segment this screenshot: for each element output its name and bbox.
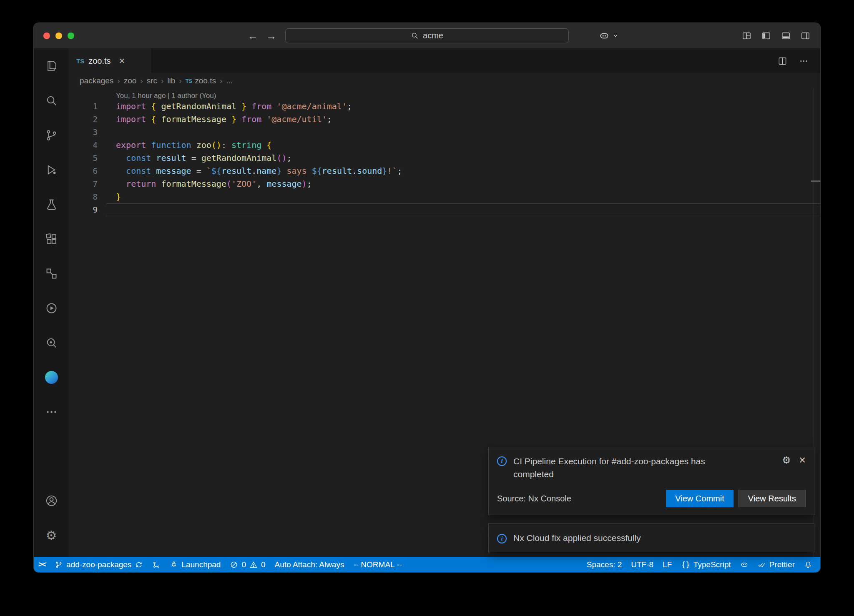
code-line-6[interactable]: 6 const message = `${result.name} says $…	[69, 165, 820, 178]
line-content: const message = `${result.name} says ${r…	[98, 165, 402, 178]
line-content	[98, 126, 116, 139]
code-line-4[interactable]: 4export function zoo(): string {	[69, 139, 820, 152]
git-branch-item[interactable]: add-zoo-packages	[50, 557, 148, 572]
editor-actions	[778, 49, 820, 73]
code-line-8[interactable]: 8}	[69, 190, 820, 203]
copilot-menu-button[interactable]	[599, 30, 618, 41]
ci-pipeline-notification: i CI Pipeline Execution for #add-zoo-pac…	[488, 447, 814, 515]
notification-message: CI Pipeline Execution for #add-zoo-packa…	[513, 455, 713, 481]
notification-close-icon[interactable]: ×	[799, 455, 806, 466]
toggle-panel-icon[interactable]	[781, 31, 791, 40]
activity-bar-bottom: ⚙	[34, 483, 69, 557]
line-content: return formatMessage('ZOO', message);	[98, 178, 312, 190]
notification-message: Nx Cloud fix applied successfully	[513, 531, 641, 544]
forward-button[interactable]: →	[266, 30, 276, 42]
code-line-9[interactable]: 9	[69, 203, 820, 216]
line-number: 2	[69, 113, 98, 126]
line-content: export function zoo(): string {	[98, 139, 271, 152]
breadcrumb-item[interactable]: lib	[167, 76, 175, 85]
more-views-icon[interactable]	[34, 395, 69, 429]
info-icon: i	[497, 534, 507, 543]
toggle-primary-sidebar-icon[interactable]	[761, 31, 771, 40]
nx-console-icon[interactable]	[34, 291, 69, 326]
view-results-button[interactable]: View Results	[738, 490, 806, 507]
breadcrumb-separator-icon: ›	[113, 76, 123, 85]
chevron-down-icon	[613, 33, 618, 39]
notification-settings-gear-icon[interactable]: ⚙	[782, 456, 791, 465]
layout-controls	[742, 31, 810, 40]
desktop-background: ← → acme	[0, 0, 854, 616]
source-control-icon[interactable]	[34, 118, 69, 153]
line-content: import { getRandomAnimal } from '@acme/a…	[98, 100, 352, 113]
breadcrumb-item[interactable]: packages	[80, 76, 113, 85]
line-content: const result = getRandomAnimal();	[98, 152, 292, 165]
search-sidebar-icon[interactable]	[34, 83, 69, 118]
sync-changes-icon	[135, 561, 143, 569]
project-references-icon[interactable]	[34, 256, 69, 291]
breadcrumb-item[interactable]: zoo	[124, 76, 137, 85]
git-graph-icon	[152, 561, 161, 569]
view-commit-button[interactable]: View Commit	[666, 490, 733, 507]
eol-item[interactable]: LF	[658, 557, 676, 572]
code-line-1[interactable]: 1import { getRandomAnimal } from '@acme/…	[69, 100, 820, 113]
extensions-icon[interactable]	[34, 222, 69, 256]
vim-mode-item[interactable]: -- NORMAL --	[349, 557, 406, 572]
line-number: 7	[69, 178, 98, 190]
accounts-icon[interactable]	[34, 483, 69, 518]
copilot-icon	[599, 30, 610, 41]
settings-gear-icon[interactable]: ⚙	[34, 518, 69, 553]
language-mode-item[interactable]: {} TypeScript	[676, 557, 735, 572]
line-number: 8	[69, 190, 98, 203]
activity-bar: ⚙	[34, 49, 69, 557]
minimize-window-button[interactable]	[55, 33, 62, 39]
notifications-bell-item[interactable]	[799, 557, 817, 572]
title-bar: ← → acme	[34, 23, 820, 49]
history-navigation: ← →	[248, 30, 276, 42]
typescript-file-icon: TS	[76, 58, 84, 65]
tab-zoo-ts[interactable]: TS zoo.ts ×	[69, 49, 151, 73]
breadcrumb-item[interactable]: TSzoo.ts	[186, 76, 216, 85]
breadcrumb-separator-icon: ›	[175, 76, 185, 85]
code-line-3[interactable]: 3	[69, 126, 820, 139]
nx-cloud-notification: i Nx Cloud fix applied successfully	[488, 523, 814, 552]
code-line-2[interactable]: 2import { formatMessage } from '@acme/ut…	[69, 113, 820, 126]
customize-layout-icon[interactable]	[742, 31, 751, 40]
auto-attach-item[interactable]: Auto Attach: Always	[270, 557, 349, 572]
breadcrumb-item[interactable]: src	[147, 76, 157, 85]
rocket-icon	[170, 561, 178, 569]
git-graph-button[interactable]	[148, 557, 165, 572]
breadcrumb-item[interactable]: ...	[226, 76, 233, 85]
command-center-search[interactable]: acme	[285, 28, 569, 43]
code-line-7[interactable]: 7 return formatMessage('ZOO', message);	[69, 178, 820, 190]
run-and-debug-icon[interactable]	[34, 153, 69, 187]
braces-icon: {}	[681, 560, 690, 569]
launchpad-item[interactable]: Launchpad	[165, 557, 225, 572]
indentation-item[interactable]: Spaces: 2	[582, 557, 627, 572]
split-editor-icon[interactable]	[778, 56, 787, 66]
breadcrumb[interactable]: packages›zoo›src›lib›TSzoo.ts›...	[69, 73, 820, 89]
line-content: import { formatMessage } from '@acme/uti…	[98, 113, 332, 126]
breadcrumb-separator-icon: ›	[216, 76, 226, 85]
testing-icon[interactable]	[34, 187, 69, 222]
copilot-status-item[interactable]	[736, 557, 753, 572]
bell-icon	[804, 561, 812, 569]
problems-item[interactable]: 0 0	[225, 557, 270, 572]
vscode-window: ← → acme	[33, 23, 821, 573]
prettier-item[interactable]: Prettier	[753, 557, 799, 572]
status-bar-right: Spaces: 2 UTF-8 LF {} TypeScript Prettie…	[582, 557, 820, 572]
maximize-window-button[interactable]	[68, 33, 74, 39]
search-icon	[411, 32, 419, 40]
more-actions-icon[interactable]	[799, 56, 809, 66]
encoding-item[interactable]: UTF-8	[626, 557, 658, 572]
back-button[interactable]: ←	[248, 30, 258, 42]
toggle-secondary-sidebar-icon[interactable]	[801, 31, 810, 40]
git-branch-icon	[55, 561, 63, 569]
tab-close-icon[interactable]: ×	[119, 56, 125, 66]
copilot-status-icon	[740, 561, 749, 569]
code-line-5[interactable]: 5 const result = getRandomAnimal();	[69, 152, 820, 165]
close-window-button[interactable]	[43, 33, 50, 39]
edge-devtools-icon[interactable]	[34, 360, 69, 395]
remote-indicator[interactable]: ><	[34, 557, 50, 572]
explorer-icon[interactable]	[34, 49, 69, 83]
gitlens-icon[interactable]	[34, 326, 69, 360]
